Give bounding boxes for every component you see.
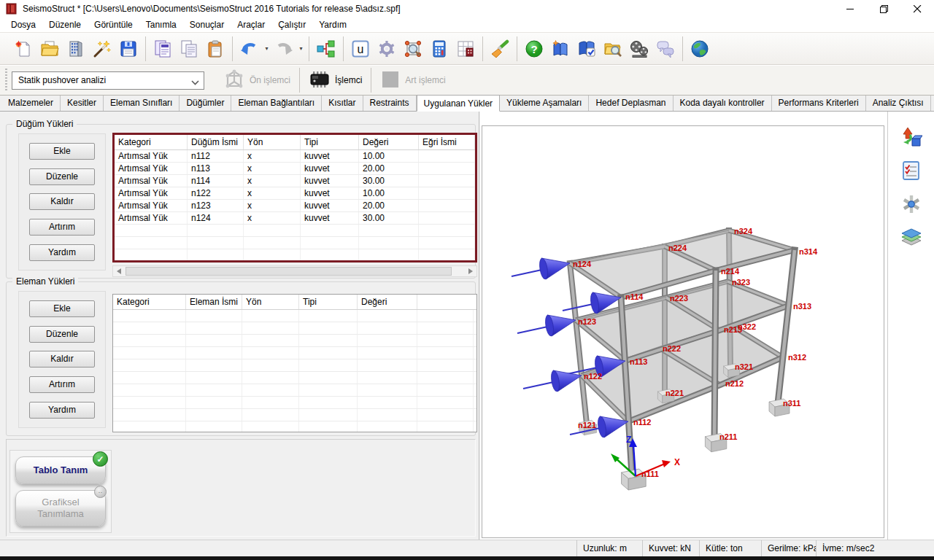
element-loads-table[interactable]: KategoriEleman İsmiYönTipiDeğeri [112, 294, 477, 432]
table-row[interactable] [113, 384, 476, 397]
menu-d-zenle[interactable]: Düzenle [42, 18, 88, 31]
button-art-r-m[interactable]: Artırım [29, 219, 95, 236]
show-loads-icon[interactable] [899, 125, 924, 149]
table-row[interactable] [113, 310, 476, 322]
scrollbar-thumb[interactable] [126, 267, 452, 276]
model-viewer-icon[interactable] [400, 35, 426, 63]
nodes-3d-icon[interactable] [899, 192, 924, 217]
undo-dropdown-icon[interactable]: ▾ [263, 35, 271, 63]
web-globe-icon[interactable] [687, 35, 713, 63]
open-project-icon[interactable] [36, 35, 63, 63]
node-label-n122: n122 [584, 372, 602, 381]
tab-uygulanan-y-kler[interactable]: Uygulanan Yükler [417, 95, 501, 112]
table-row[interactable] [113, 421, 476, 432]
checks-book-icon[interactable] [574, 35, 600, 63]
close-button[interactable] [900, 0, 934, 18]
graphical-definition-button[interactable]: Grafiksel Tanımlama ·· [15, 490, 106, 526]
table-row[interactable]: Artımsal Yükn124xkuvvet30.00 [115, 212, 475, 225]
button-yard-m[interactable]: Yardım [29, 244, 95, 261]
table-row[interactable] [113, 335, 476, 347]
table-row[interactable] [115, 249, 475, 262]
table-row[interactable] [113, 347, 476, 359]
tab-analiz-kt-s[interactable]: Analiz Çıktısı [866, 96, 931, 111]
toolbar-grip[interactable] [5, 69, 7, 92]
button-yard-m[interactable]: Yardım [29, 402, 95, 419]
units-icon[interactable]: u [347, 35, 374, 63]
table-layout-icon[interactable] [452, 35, 479, 63]
redo-icon[interactable] [271, 35, 297, 63]
minimize-button[interactable] [833, 0, 867, 18]
main-area: Düğüm Yükleri EkleDüzenleKaldırArtırımYa… [0, 112, 934, 540]
menu-al-t-r[interactable]: Çalıştır [271, 18, 312, 31]
table-row[interactable] [113, 372, 476, 384]
redo-dropdown-icon[interactable]: ▾ [297, 35, 305, 63]
layers-icon[interactable] [899, 225, 924, 250]
button-kald-r[interactable]: Kaldır [29, 193, 95, 210]
table-row[interactable] [113, 409, 476, 421]
button-ekle[interactable]: Ekle [29, 300, 95, 317]
tab-y-kleme-a-amalar[interactable]: Yükleme Aşamaları [500, 96, 589, 111]
node-connections-icon[interactable] [313, 35, 339, 63]
performance-criteria-icon[interactable] [899, 158, 924, 183]
table-row[interactable] [115, 237, 475, 249]
model-3d-viewport[interactable]: X Z n111n112n113n114n121n122n123n124n211… [482, 125, 884, 538]
settings-gear-icon[interactable] [374, 35, 400, 63]
main-toolbar: ▾ ▾ u ? [0, 32, 934, 65]
table-cell [242, 372, 299, 384]
table-row[interactable]: Artımsal Yükn112xkuvvet10.00 [115, 150, 475, 163]
button-d-zenle[interactable]: Düzenle [29, 326, 95, 343]
tab-hedef-deplasman[interactable]: Hedef Deplasman [589, 96, 673, 111]
table-row[interactable]: Artımsal Yükn114xkuvvet30.00 [115, 175, 475, 187]
menu-sonu-lar[interactable]: Sonuçlar [183, 18, 231, 31]
undo-icon[interactable] [236, 35, 263, 63]
table-row[interactable]: Artımsal Yükn122xkuvvet10.00 [115, 187, 475, 200]
table-row[interactable]: Artımsal Yükn113xkuvvet20.00 [115, 163, 475, 175]
button-d-zenle[interactable]: Düzenle [29, 168, 95, 185]
button-ekle[interactable]: Ekle [29, 143, 95, 160]
menu-g-r-nt-le[interactable]: Görüntüle [88, 18, 139, 31]
table-row[interactable] [113, 397, 476, 409]
menu-tan-mla[interactable]: Tanımla [139, 18, 183, 31]
node-label-n121: n121 [578, 421, 596, 429]
search-folder-icon[interactable] [600, 35, 626, 63]
scroll-right-icon[interactable] [465, 266, 476, 276]
table-row[interactable] [113, 322, 476, 335]
tab-kesitler[interactable]: Kesitler [61, 96, 104, 111]
new-project-icon[interactable] [10, 35, 36, 63]
table-definition-button[interactable]: Tablo Tanım ✓ [15, 456, 106, 484]
tab-k-s-tlar[interactable]: Kısıtlar [322, 96, 363, 111]
table-row[interactable]: Artımsal Yükn123xkuvvet20.00 [115, 200, 475, 212]
nodal-loads-table[interactable]: KategoriDüğüm İsmiYönTipiDeğeriEğri İsmi… [112, 133, 477, 262]
menu-ara-lar[interactable]: Araçlar [231, 18, 271, 31]
menu-yard-m[interactable]: Yardım [312, 18, 353, 31]
paste-icon[interactable] [202, 35, 228, 63]
help-icon[interactable]: ? [521, 35, 547, 63]
table-row[interactable] [113, 359, 476, 372]
button-art-r-m[interactable]: Artırım [29, 376, 95, 393]
feedback-icon[interactable] [652, 35, 679, 63]
menu-dosya[interactable]: Dosya [4, 18, 42, 31]
tab-restraints[interactable]: Restraints [363, 96, 417, 111]
restore-button[interactable] [867, 0, 900, 18]
tab-performans-kriterleri[interactable]: Performans Kriterleri [772, 96, 866, 111]
report-icon[interactable] [150, 35, 176, 63]
tutorials-book-icon[interactable] [547, 35, 574, 63]
video-icon[interactable] [626, 35, 652, 63]
copy-icon[interactable] [176, 35, 202, 63]
processor-button[interactable]: İşlemci [300, 70, 371, 91]
tab-eleman-s-n-flar[interactable]: Eleman Sınıfları [104, 96, 180, 111]
building-modeller-icon[interactable] [63, 35, 89, 63]
scroll-left-icon[interactable] [113, 266, 125, 276]
calculator-icon[interactable] [426, 35, 452, 63]
wizard-icon[interactable] [89, 35, 115, 63]
save-icon[interactable] [115, 35, 142, 63]
tab-d-mler[interactable]: Düğümler [180, 96, 231, 111]
table-row[interactable] [115, 225, 475, 237]
tab-eleman-ba-lant-lar[interactable]: Eleman Bağlantıları [231, 96, 322, 111]
tab-malzemeler[interactable]: Malzemeler [1, 96, 61, 111]
format-brush-icon[interactable] [487, 35, 513, 63]
button-kald-r[interactable]: Kaldır [29, 351, 95, 368]
tab-koda-dayal-kontroller[interactable]: Koda dayalı kontroller [674, 96, 772, 111]
horizontal-scrollbar[interactable] [112, 265, 477, 277]
analysis-type-select[interactable]: Statik pushover analizi [12, 71, 204, 90]
